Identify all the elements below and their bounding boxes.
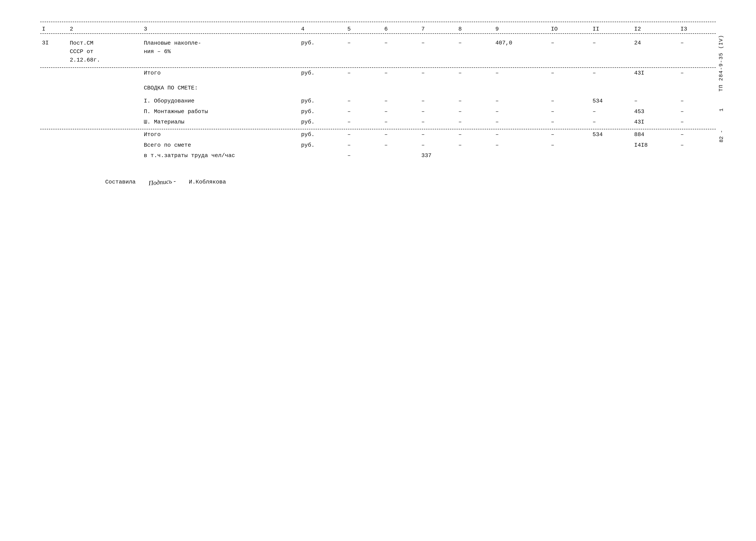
svodka-empty2 (68, 83, 142, 93)
row-col4: руб. (299, 38, 346, 66)
itogo1-col9: – (494, 68, 549, 78)
svodka-item2-col6: – (382, 106, 419, 117)
col-header-10: IO (549, 24, 591, 33)
zatrati-col13 (679, 150, 716, 161)
vsego-col10: – (549, 140, 591, 150)
zatrati-col11 (591, 150, 632, 161)
spacer-row-1 (40, 34, 716, 38)
itogo2-col5: – (346, 129, 382, 140)
svodka-item1-col11: 534 (591, 96, 632, 106)
col-header-12: I2 (632, 24, 679, 33)
top-divider (40, 22, 716, 22)
vsego-row: Всего по смете руб. – – – – – – I4I8 – (40, 140, 716, 150)
vsego-empty1 (40, 140, 68, 150)
svodka-item1-col4: руб. (299, 96, 346, 106)
svodka-item3-col4: руб. (299, 117, 346, 127)
svodka-empty1 (40, 106, 68, 117)
itogo2-col7: – (419, 129, 457, 140)
itogo2-label: Итого (142, 129, 299, 140)
side-text-main: ТП 284-9-35 (IV) (718, 35, 724, 91)
zatrati-col9 (494, 150, 549, 161)
spacer-row-2 (40, 78, 716, 83)
svodka-item1-col8: – (457, 96, 494, 106)
itogo2-col9: – (494, 129, 549, 140)
itogo2-col4: руб. (299, 129, 346, 140)
svodka-title-row: СВОДКА ПО СМЕТЕ: (40, 83, 716, 93)
itogo2-col11: 534 (591, 129, 632, 140)
svodka-empty2 (68, 106, 142, 117)
svodka-item-3-row: Ш. Материалы руб. – – – – – – – 43I – (40, 117, 716, 127)
main-table: I 2 3 4 5 6 7 8 9 IO II I2 I3 (40, 24, 716, 161)
svodka-item2-col5: – (346, 106, 382, 117)
zatrati-col10 (549, 150, 591, 161)
itogo2-col13: – (679, 129, 716, 140)
signature-name: И.Коблякова (189, 179, 226, 185)
row-col3: Плановые накопле- ния – 6% (142, 38, 299, 66)
svodka-item-1-row: I. Оборудование руб. – – – – – – 534 – – (40, 96, 716, 106)
zatrati-empty3 (299, 150, 346, 161)
svodka-item2-col10: – (549, 106, 591, 117)
side-text-2: 1 (718, 108, 724, 111)
side-label-3: 82 - (718, 130, 724, 143)
zatrati-col8 (457, 150, 494, 161)
svodka-item3-col10: – (549, 117, 591, 127)
col-header-1: I (40, 24, 68, 33)
svodka-empty1 (40, 96, 68, 106)
svodka-item2-col12: 453 (632, 106, 679, 117)
col-header-4: 4 (299, 24, 346, 33)
itogo1-col13: – (679, 68, 716, 78)
col-header-2: 2 (68, 24, 142, 33)
svodka-empty2 (68, 96, 142, 106)
data-row-31: 3I Пост.СМ СССР от 2.12.68г. Плановые на… (40, 38, 716, 66)
side-label: ТП 284-9-35 (IV) (718, 35, 724, 91)
itogo1-col4: руб. (299, 68, 346, 78)
svodka-item3-col11: – (591, 117, 632, 127)
zatrati-col12 (632, 150, 679, 161)
row-col12: 24 (632, 38, 679, 66)
svodka-item3-text: Ш. Материалы (142, 117, 299, 127)
itogo1-col7: – (419, 68, 457, 78)
col-header-9: 9 (494, 24, 549, 33)
svodka-item2-col7: – (419, 106, 457, 117)
svodka-item1-col5: – (346, 96, 382, 106)
itogo1-label: Итого (142, 68, 299, 78)
vsego-col4: руб. (299, 140, 346, 150)
col-header-6: 6 (382, 24, 419, 33)
svodka-item3-col13: – (679, 117, 716, 127)
svodka-item2-col9: – (494, 106, 549, 117)
svodka-item2-col4: руб. (299, 106, 346, 117)
header-divider (40, 33, 716, 34)
row-col7: – (419, 38, 457, 66)
zatrati-empty1 (40, 150, 68, 161)
zatrati-col5: – (346, 150, 382, 161)
col-header-11: II (591, 24, 632, 33)
itogo1-empty2 (68, 68, 142, 78)
svodka-item3-col6: – (382, 117, 419, 127)
svodka-divider-row (40, 127, 716, 129)
row-col9: 407,0 (494, 38, 549, 66)
svodka-item3-col9: – (494, 117, 549, 127)
svodka-item1-col12: – (632, 96, 679, 106)
column-headers: I 2 3 4 5 6 7 8 9 IO II I2 I3 (40, 24, 716, 33)
row1-divider-row (40, 66, 716, 68)
vsego-col12: I4I8 (632, 140, 679, 150)
row-col13: – (679, 38, 716, 66)
vsego-col9: – (494, 140, 549, 150)
itogo1-col10: – (549, 68, 591, 78)
svodka-item1-col7: – (419, 96, 457, 106)
vsego-col11 (591, 140, 632, 150)
signature-label: Составила (105, 179, 135, 185)
vsego-col6: – (382, 140, 419, 150)
itogo2-col10: – (549, 129, 591, 140)
zatrati-col6 (382, 150, 419, 161)
itogo1-col8: – (457, 68, 494, 78)
vsego-empty2 (68, 140, 142, 150)
vsego-col13: – (679, 140, 716, 150)
svodka-item2-col13: – (679, 106, 716, 117)
svodka-item1-text: I. Оборудование (142, 96, 299, 106)
itogo2-empty1 (40, 129, 68, 140)
svodka-item3-col5: – (346, 117, 382, 127)
row-col1: 3I (40, 38, 68, 66)
svodka-item3-col12: 43I (632, 117, 679, 127)
col-header-7: 7 (419, 24, 457, 33)
